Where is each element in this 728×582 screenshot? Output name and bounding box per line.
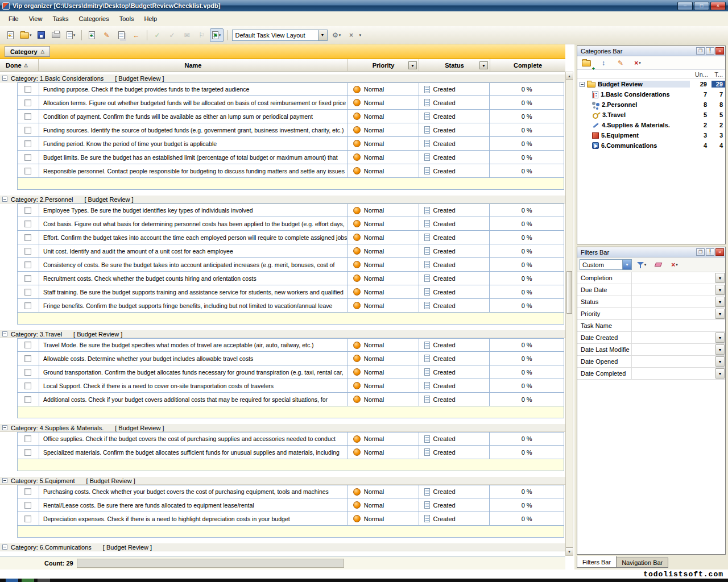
task-checkbox[interactable] <box>24 369 31 376</box>
group-header[interactable]: Category: 2.Personnel[ Budget Review ] <box>0 195 565 203</box>
filter-value[interactable] <box>632 356 715 367</box>
task-row[interactable]: Unit cost. Identify and audit the amount… <box>17 244 564 258</box>
delete-category-button[interactable]: ×▾ <box>631 56 644 70</box>
task-row[interactable]: Fringe benefits. Confirm the budget supp… <box>17 299 564 313</box>
filter-dropdown-icon[interactable]: ▼ <box>715 297 725 307</box>
task-row[interactable]: Cost basis. Figure out what basis for de… <box>17 217 564 231</box>
task-row[interactable]: Staff training. Be sure the budget suppo… <box>17 285 564 299</box>
uncomplete-task-button[interactable]: ✓ <box>166 28 179 42</box>
task-row[interactable]: Allocation terms. Figure out whether bud… <box>17 96 564 110</box>
priority-filter-dropdown[interactable]: ▼ <box>408 61 417 69</box>
filter-dropdown-icon[interactable]: ▼ <box>715 368 725 379</box>
uncompleted-column-header[interactable]: Un... <box>693 71 710 78</box>
task-checkbox[interactable] <box>24 140 31 147</box>
filter-dropdown-icon[interactable]: ▼ <box>715 285 725 295</box>
arrange-categories-button[interactable]: ↕ <box>597 56 610 70</box>
task-row[interactable]: Funding sources. Identify the source of … <box>17 123 564 137</box>
task-view-button[interactable]: ⚑▾ <box>210 28 224 42</box>
group-header[interactable]: Category: 6.Communications[ Budget Revie… <box>0 543 565 551</box>
new-task-row[interactable] <box>17 459 564 471</box>
filter-dropdown-icon[interactable]: ▼ <box>715 332 725 343</box>
print-preview-button[interactable]: ▾ <box>64 28 78 42</box>
clear-filter-button[interactable] <box>651 258 665 272</box>
category-row[interactable]: 3.Travel55 <box>577 110 725 120</box>
task-checkbox[interactable] <box>24 234 31 241</box>
task-checkbox[interactable] <box>24 396 31 403</box>
status-filter-dropdown[interactable]: ▼ <box>479 61 488 69</box>
panel-pin-icon[interactable]: ╿ <box>706 248 714 256</box>
task-row[interactable]: Depreciation expenses. Check if there is… <box>17 512 564 526</box>
new-task-row[interactable] <box>17 313 564 325</box>
delete-filter-button[interactable]: ×▾ <box>668 258 681 272</box>
maximize-button[interactable]: □ <box>694 2 709 10</box>
task-checkbox[interactable] <box>24 435 31 442</box>
task-checkbox[interactable] <box>24 154 31 161</box>
menu-view[interactable]: View <box>24 13 48 24</box>
panel-close-icon[interactable]: × <box>715 47 724 55</box>
undo-button[interactable]: ← <box>130 28 143 42</box>
task-checkbox[interactable] <box>24 383 31 389</box>
task-row[interactable]: Funding purpose. Check if the budget pro… <box>17 82 564 96</box>
close-button[interactable]: × <box>710 2 726 10</box>
group-header[interactable]: Category: 1.Basic Considerations[ Budget… <box>0 74 565 82</box>
save-button[interactable] <box>35 28 48 42</box>
column-header-complete[interactable]: Complete <box>490 59 565 71</box>
task-checkbox[interactable] <box>24 86 31 93</box>
panel-restore-icon[interactable]: ❐ <box>696 47 705 55</box>
total-column-header[interactable]: T... <box>710 71 725 78</box>
scrollbar-thumb[interactable] <box>566 271 572 314</box>
filter-value[interactable] <box>632 344 715 355</box>
collapse-icon[interactable] <box>2 197 7 202</box>
menu-categories[interactable]: Categories <box>74 13 114 24</box>
open-file-button[interactable]: ▾ <box>18 28 34 42</box>
task-row[interactable]: Allowable costs. Determine whether your … <box>17 352 564 365</box>
layout-combo[interactable]: Default Task View Layout ▼ <box>232 30 328 41</box>
task-checkbox[interactable] <box>24 127 31 134</box>
email-task-button[interactable]: ✉ <box>180 28 194 42</box>
task-checkbox[interactable] <box>24 221 31 227</box>
group-header[interactable]: Category: 4.Supplies & Materials.[ Budge… <box>0 423 565 432</box>
chevron-down-icon[interactable]: ▼ <box>318 30 327 40</box>
scroll-down-icon[interactable]: ▼ <box>566 547 573 555</box>
close-layout-button[interactable]: × <box>345 28 358 42</box>
edit-task-button[interactable]: ✎ <box>100 28 114 42</box>
task-checkbox[interactable] <box>24 207 31 214</box>
task-checkbox[interactable] <box>24 248 31 255</box>
chevron-down-icon[interactable]: ▼ <box>622 260 631 269</box>
filter-preset-combo[interactable]: Custom ▼ <box>580 259 632 270</box>
task-row[interactable]: Responsible personnel. Contact people re… <box>17 164 564 178</box>
apply-filter-button[interactable]: ▾ <box>635 258 648 272</box>
task-row[interactable]: Budget limits. Be sure the budget has an… <box>17 151 564 164</box>
task-row[interactable]: Recruitment costs. Check whether the bud… <box>17 272 564 285</box>
filter-dropdown-icon[interactable]: ▼ <box>715 344 725 355</box>
task-checkbox[interactable] <box>24 289 31 296</box>
filter-value[interactable] <box>632 332 715 343</box>
tab-navigation-bar[interactable]: Navigation Bar <box>617 558 668 568</box>
minimize-button[interactable]: – <box>677 2 693 10</box>
print-button[interactable] <box>49 28 63 42</box>
task-row[interactable]: Effort. Confirm the budget takes into ac… <box>17 231 564 244</box>
filter-value[interactable] <box>632 296 715 307</box>
filter-value[interactable] <box>632 308 715 319</box>
complete-task-button[interactable]: ✓ <box>151 28 164 42</box>
column-header-done[interactable]: Done △ <box>0 59 39 71</box>
task-row[interactable]: Additional costs. Check if your budget c… <box>17 393 564 406</box>
task-checkbox[interactable] <box>24 113 31 120</box>
task-row[interactable]: Local Support. Check if there is a need … <box>17 379 564 393</box>
toolbar-overflow-icon[interactable]: ▾ <box>359 33 362 38</box>
task-checkbox[interactable] <box>24 168 31 174</box>
group-header[interactable]: Category: 5.Equipment[ Budget Review ] <box>0 476 565 485</box>
add-category-button[interactable]: + <box>580 56 593 70</box>
collapse-icon[interactable] <box>2 478 7 483</box>
new-task-row[interactable] <box>17 406 564 418</box>
task-row[interactable]: Funding period. Know the period of time … <box>17 137 564 151</box>
task-checkbox[interactable] <box>24 261 31 268</box>
filter-dropdown-icon[interactable]: ▼ <box>715 273 725 283</box>
filter-value[interactable] <box>632 272 715 284</box>
task-row[interactable]: Purchasing costs. Check whether your bud… <box>17 485 564 498</box>
task-row[interactable]: Office supplies. Check if the budget cov… <box>17 432 564 446</box>
layout-settings-button[interactable]: ⚙▾ <box>330 28 344 42</box>
task-checkbox[interactable] <box>24 488 31 495</box>
task-row[interactable]: Rental/Lease costs. Be sure there are fu… <box>17 498 564 512</box>
task-checkbox[interactable] <box>24 449 31 456</box>
